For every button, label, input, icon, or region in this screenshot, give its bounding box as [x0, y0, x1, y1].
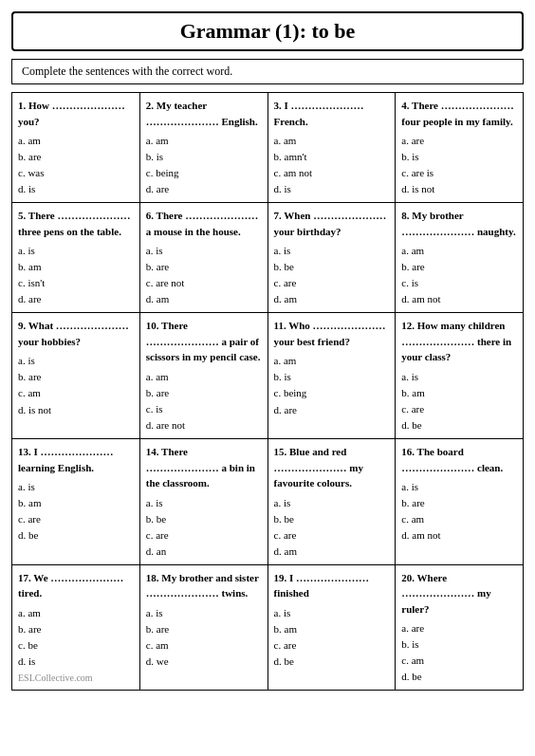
- answers-list-19: a. isb. amc. ared. be: [274, 605, 390, 670]
- watermark: ESLCollective.com: [18, 673, 93, 683]
- question-cell-14: 14. There ………………… a bin in the classroom…: [140, 439, 268, 565]
- page-title: Grammar (1): to be: [11, 11, 524, 51]
- answer-item: d. is not: [18, 402, 134, 418]
- answer-item: c. be: [18, 637, 134, 654]
- answers-list-6: a. isb. arec. are notd. am: [146, 243, 262, 307]
- answers-list-3: a. amb. amn'tc. am notd. is: [274, 133, 390, 197]
- answer-item: b. be: [274, 259, 390, 275]
- question-text-11: 11. Who ………………… your best friend?: [274, 318, 390, 349]
- answer-item: d. be: [401, 669, 517, 685]
- question-cell-11: 11. Who ………………… your best friend?a. amb.…: [268, 313, 397, 439]
- answer-item: d. is: [18, 654, 134, 670]
- answers-list-5: a. isb. amc. isn'td. are: [18, 243, 134, 307]
- question-text-9: 9. What ………………… your hobbies?: [18, 318, 134, 349]
- answer-item: c. are: [401, 401, 517, 417]
- question-cell-20: 20. Where ………………… my ruler?a. areb. isc.…: [396, 565, 524, 691]
- question-cell-5: 5. There ………………… three pens on the table…: [12, 203, 140, 313]
- answer-item: d. an: [146, 544, 262, 560]
- question-cell-8: 8. My brother ………………… naughty.a. amb. ar…: [396, 203, 524, 313]
- answer-item: c. am: [401, 653, 517, 669]
- question-text-18: 18. My brother and sister ………………… twins.: [146, 570, 262, 601]
- answers-list-14: a. isb. bec. ared. an: [146, 495, 262, 560]
- answer-item: a. am: [274, 133, 390, 149]
- answers-list-8: a. amb. arec. isd. am not: [401, 243, 517, 307]
- answer-item: b. are: [146, 385, 262, 401]
- question-cell-15: 15. Blue and red ………………… my favourite co…: [268, 439, 397, 565]
- answer-item: b. are: [401, 259, 517, 275]
- question-text-4: 4. There ………………… four people in my famil…: [401, 98, 517, 129]
- answer-item: d. is not: [401, 181, 517, 197]
- answer-item: a. is: [18, 353, 134, 369]
- answer-item: d. am not: [401, 527, 517, 544]
- answer-item: b. am: [18, 495, 134, 511]
- question-text-7: 7. When ………………… your birthday?: [274, 208, 390, 239]
- question-text-6: 6. There ………………… a mouse in the house.: [146, 208, 262, 239]
- question-cell-9: 9. What ………………… your hobbies?a. isb. are…: [12, 313, 140, 439]
- answer-item: b. am: [18, 259, 134, 275]
- answers-list-9: a. isb. arec. amd. is not: [18, 353, 134, 417]
- question-text-20: 20. Where ………………… my ruler?: [401, 570, 517, 618]
- answer-item: d. am: [274, 544, 390, 560]
- question-text-1: 1. How ………………… you?: [18, 98, 134, 129]
- answer-item: d. are: [274, 402, 390, 418]
- answer-item: a. am: [274, 353, 390, 369]
- question-cell-2: 2. My teacher ………………… English.a. amb. is…: [140, 93, 268, 203]
- answers-list-7: a. isb. bec. ared. am: [274, 243, 390, 307]
- answers-list-1: a. amb. arec. wasd. is: [18, 133, 134, 197]
- question-text-13: 13. I ………………… learning English.: [18, 444, 134, 475]
- answer-item: a. am: [18, 133, 134, 149]
- answer-item: d. are: [18, 291, 134, 307]
- question-cell-4: 4. There ………………… four people in my famil…: [396, 93, 524, 203]
- answer-item: c. is: [401, 275, 517, 291]
- question-cell-13: 13. I ………………… learning English.a. isb. a…: [12, 439, 140, 565]
- question-cell-12: 12. How many children ………………… there in y…: [396, 313, 524, 439]
- answer-item: b. are: [401, 495, 517, 511]
- answer-item: a. is: [146, 495, 262, 511]
- answer-item: a. is: [274, 243, 390, 259]
- answer-item: c. am: [146, 637, 262, 654]
- question-text-3: 3. I ………………… French.: [274, 98, 390, 129]
- answer-item: b. amn't: [274, 149, 390, 165]
- answer-item: a. are: [401, 133, 517, 149]
- answer-item: a. is: [274, 605, 390, 621]
- answers-list-15: a. isb. bec. ared. am: [274, 495, 390, 560]
- answer-item: b. is: [401, 636, 517, 653]
- answer-item: c. is: [146, 401, 262, 417]
- question-text-14: 14. There ………………… a bin in the classroom…: [146, 444, 262, 491]
- question-cell-18: 18. My brother and sister ………………… twins.…: [140, 565, 268, 691]
- question-cell-17: 17. We ………………… tired.a. amb. arec. bed. …: [12, 565, 140, 691]
- answer-item: c. being: [146, 165, 262, 181]
- answer-item: b. be: [146, 511, 262, 527]
- answers-list-12: a. isb. amc. ared. be: [401, 369, 517, 433]
- question-cell-10: 10. There ………………… a pair of scissors in …: [140, 313, 268, 439]
- answer-item: c. am not: [274, 165, 390, 181]
- answer-item: d. are not: [146, 417, 262, 433]
- answer-item: a. is: [18, 243, 134, 259]
- answer-item: c. are: [274, 527, 390, 544]
- answer-item: c. am: [401, 511, 517, 527]
- answer-item: a. is: [18, 479, 134, 495]
- question-cell-7: 7. When ………………… your birthday?a. isb. be…: [268, 203, 397, 313]
- question-cell-1: 1. How ………………… you?a. amb. arec. wasd. i…: [12, 93, 140, 203]
- answer-item: d. be: [274, 654, 390, 670]
- answer-item: a. am: [146, 133, 262, 149]
- answer-item: b. are: [18, 621, 134, 637]
- answers-list-10: a. amb. arec. isd. are not: [146, 369, 262, 433]
- question-text-10: 10. There ………………… a pair of scissors in …: [146, 318, 262, 365]
- answer-item: c. was: [18, 165, 134, 181]
- question-cell-16: 16. The board ………………… clean.a. isb. arec…: [396, 439, 524, 565]
- answer-item: a. is: [146, 243, 262, 259]
- answer-item: b. am: [274, 621, 390, 637]
- question-cell-3: 3. I ………………… French.a. amb. amn'tc. am n…: [268, 93, 397, 203]
- question-text-12: 12. How many children ………………… there in y…: [401, 318, 517, 365]
- question-cell-19: 19. I ………………… finisheda. isb. amc. ared.…: [268, 565, 397, 691]
- answer-item: a. are: [401, 620, 517, 636]
- answer-item: b. are: [18, 369, 134, 385]
- answers-list-11: a. amb. isc. beingd. are: [274, 353, 390, 417]
- answer-item: d. we: [146, 654, 262, 670]
- question-text-19: 19. I ………………… finished: [274, 570, 390, 601]
- question-text-5: 5. There ………………… three pens on the table…: [18, 208, 134, 239]
- answer-item: b. are: [146, 259, 262, 275]
- questions-grid: 1. How ………………… you?a. amb. arec. wasd. i…: [11, 92, 524, 691]
- answer-item: a. is: [146, 605, 262, 621]
